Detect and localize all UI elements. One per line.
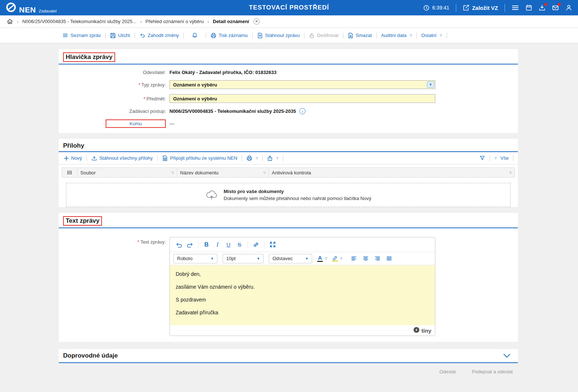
chevron-down-icon[interactable]: ▽ [172,171,174,174]
recipient-link[interactable]: Komu [106,119,166,128]
sender-label: Odesílatel: [59,70,166,75]
attachments-table-header: Soubor ▽ Název dokumentu ▽ Antivirová ko… [62,167,515,178]
close-tab-icon[interactable]: ✕ [253,18,260,25]
nen-logo[interactable]: NEN Zadavatel [6,2,56,14]
chevron-down-icon[interactable] [503,354,511,358]
main-menu-button[interactable] [512,4,519,11]
subject-label: *Předmět: [59,96,166,101]
chevron-down-icon[interactable]: ▽ [509,171,512,174]
bell-icon [192,32,198,38]
create-vz-button[interactable]: Založit VZ [463,4,498,11]
discard-changes-button[interactable]: Zahodit změny [139,33,180,38]
highlighter-icon [332,255,338,262]
block-format-select[interactable]: Odstavec▼ [269,254,312,263]
clock-icon [423,5,429,11]
delete-button[interactable]: Smazat [347,33,373,38]
tiny-brand-text: tiny [421,328,431,334]
download-all-attachments-button[interactable]: Stáhnout všechny přílohy [91,155,154,161]
messages-button[interactable] [552,4,559,11]
messages-badge [558,3,561,6]
undo-icon[interactable] [173,240,184,250]
person-icon [566,4,572,11]
header-divider [505,4,505,12]
hamburger-icon [512,4,519,11]
annotation-box: Text zprávy [63,216,102,226]
attach-from-nen-button[interactable]: Připojit přílohu ze systému NEN [161,155,238,161]
chevron-down-icon[interactable]: ▽ [263,171,266,174]
align-left-icon[interactable] [350,254,358,264]
bold-icon[interactable]: B [201,240,212,250]
new-attachment-button[interactable]: Nový [63,155,83,161]
fullscreen-icon[interactable] [267,240,278,250]
attachments-dropzone[interactable]: Místo pro vaše dokumenty Dokumenty sem m… [66,183,511,207]
font-size-select[interactable]: 10pt▼ [223,254,264,263]
text-color-button[interactable]: A ▽ [317,255,327,262]
print-attachments-button[interactable]: ▽ [246,155,259,161]
export-attachments-button[interactable]: ▽ [266,155,279,161]
calendar-icon [526,4,532,11]
chevron-down-icon: ▼ [305,257,308,260]
highlight-color-button[interactable]: ▽ [332,255,342,262]
align-justify-icon[interactable] [385,254,394,264]
downloads-button[interactable] [539,4,545,11]
save-button[interactable]: Uložit [109,33,131,38]
editor-paragraph: S pozdravem [176,297,429,303]
column-header-antivirus[interactable]: Antivirová kontrola ▽ [269,168,515,177]
user-profile-button[interactable] [566,4,572,11]
document-download-icon [257,33,263,38]
recipient-value: — [169,121,174,126]
message-text-editor-content[interactable]: Dobrý den, zasíláme Vám oznámení o výběr… [170,265,435,325]
attachments-filter-group: ▽ Vše [479,155,513,161]
procedure-value: N006/25/V00004835 - Telekomunikační služ… [169,108,296,114]
italic-icon[interactable]: I [212,240,223,250]
editor-paragraph: Zadavatel příručka [176,310,429,315]
chevron-down-icon[interactable]: ▼ [427,81,434,88]
record-toolbar: Seznam zpráv Uložit Zahodit změny [0,28,578,43]
font-family-select[interactable]: Roboto▼ [173,254,217,263]
underline-icon[interactable]: U [223,240,234,250]
other-actions-button[interactable]: Ostatní ▽ [420,33,443,38]
send-button[interactable]: Odeslat [439,369,456,374]
link-icon[interactable] [250,240,261,250]
message-list-button[interactable]: Seznam zpráv [62,33,102,38]
app-window: NEN Zadavatel TESTOVACÍ PROSTŘEDÍ 6:39:4… [0,0,578,392]
extra-data-section[interactable]: Doprovodné údaje [59,349,518,363]
column-header-docname[interactable]: Název dokumentu ▽ [177,168,269,177]
downloads-badge [544,3,547,6]
top-header: NEN Zadavatel TESTOVACÍ PROSTŘEDÍ 6:39:4… [0,0,578,15]
procedure-row: Zadávací postup: N006/25/V00004835 - Tel… [59,108,518,114]
redo-icon[interactable] [184,240,195,250]
editor-toolbar-row2: Roboto▼ 10pt▼ Odstavec▼ A ▽ [170,252,435,265]
align-right-icon[interactable] [373,254,382,264]
session-timer[interactable]: 6:39:41 [423,5,449,11]
editor-paragraph: Dobrý den, [176,271,429,277]
strikethrough-icon[interactable]: S [234,240,245,250]
breadcrumb-item-overview[interactable]: Přehled oznámení o výběru [146,19,204,24]
message-type-select[interactable]: Oznámení o výběru ▼ [169,80,435,89]
home-icon[interactable] [7,18,13,25]
column-settings-button[interactable] [62,168,77,177]
info-icon[interactable]: i [299,108,306,114]
download-message-button[interactable]: Stáhnout zprávu [256,33,301,38]
audit-data-button[interactable]: Auditní data ▽ [380,33,413,38]
rich-text-editor: B I U S [169,237,435,336]
recipient-row: Komu — [59,119,518,128]
filter-button[interactable] [479,155,486,161]
message-type-label: *Typ zprávy: [59,82,166,88]
show-all-filter-button[interactable]: ▽ Vše [494,155,509,161]
print-record-button[interactable]: Tisk záznamu [210,33,249,38]
funnel-icon [479,155,485,161]
alignment-buttons [350,254,394,264]
dropzone-text: Místo pro vaše dokumenty Dokumenty sem m… [224,189,372,201]
align-center-icon[interactable] [361,254,370,264]
subject-input[interactable] [169,94,435,103]
app-role: Zadavatel [39,9,56,14]
notifications-button[interactable] [187,32,202,38]
calendar-button[interactable] [526,4,532,11]
section-title-extra-data: Doprovodné údaje [63,352,118,359]
column-header-file[interactable]: Soubor ▽ [77,168,177,177]
sign-and-send-button[interactable]: Podepsat a odeslat [472,369,513,374]
document-delete-icon [348,33,354,38]
breadcrumb-item-procedure[interactable]: N006/25/V00004835 - Telekomunikační služ… [22,19,136,24]
chevron-right-icon: › [208,19,209,25]
